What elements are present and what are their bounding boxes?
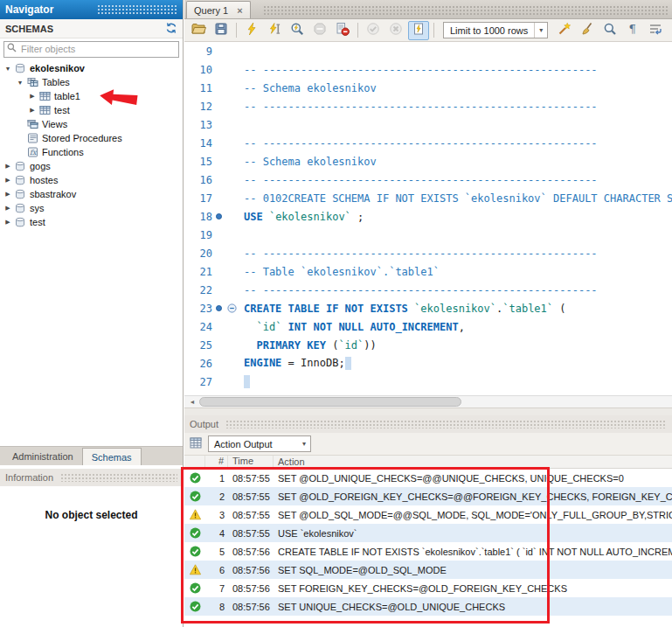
scrollbar-thumb[interactable] — [199, 397, 461, 407]
action-column-header: Action — [274, 456, 672, 467]
output-row[interactable]: 308:57:55SET @OLD_SQL_MODE=@@SQL_MODE, S… — [184, 505, 672, 524]
invisible-chars-button[interactable]: ¶ — [622, 21, 643, 40]
find-button[interactable] — [599, 21, 620, 40]
editor-line[interactable]: 12-- -----------------------------------… — [184, 97, 672, 115]
autocommit-button[interactable] — [408, 21, 429, 40]
stop-on-error-button[interactable] — [332, 21, 353, 40]
code-segment: `ekolesnikov` — [269, 211, 351, 223]
expand-icon[interactable]: ▶ — [3, 163, 12, 170]
horizontal-scrollbar[interactable]: ◄ — [184, 395, 672, 408]
editor-line[interactable]: 21-- Table `ekolesnikov`.`table1` — [184, 262, 672, 281]
save-script-icon — [214, 22, 228, 38]
expand-icon[interactable]: ▶ — [3, 205, 12, 212]
editor-line[interactable]: 24 `id` INT NOT NULL AUTO_INCREMENT, — [184, 317, 672, 336]
code-text: -- -------------------------------------… — [239, 174, 672, 186]
code-segment: -- -------------------------------------… — [244, 174, 598, 186]
tab-query1[interactable]: Query 1 × — [186, 1, 251, 18]
editor-line[interactable]: 16-- -----------------------------------… — [184, 171, 672, 189]
execute-button[interactable] — [241, 21, 262, 40]
editor-line[interactable]: 19 — [184, 226, 672, 244]
editor-line[interactable]: 17-- 0102CREATE SCHEMA IF NOT EXISTS `ek… — [184, 189, 672, 207]
information-title: Information — [5, 472, 53, 483]
editor-line[interactable]: 13 — [184, 115, 672, 134]
tree-item-functions[interactable]: fxFunctions — [0, 145, 183, 159]
output-row[interactable]: 508:57:56CREATE TABLE IF NOT EXISTS `eko… — [184, 542, 672, 561]
editor-line[interactable]: 26ENGINE = InnoDB; — [184, 354, 672, 373]
output-row[interactable]: 208:57:55SET @OLD_FOREIGN_KEY_CHECKS=@@F… — [184, 487, 672, 505]
tree-item-tables[interactable]: ▼Tables — [0, 75, 183, 89]
tree-item-table1[interactable]: ▶table1 — [0, 89, 183, 103]
tree-item-test[interactable]: ▶test — [0, 215, 183, 229]
open-script-button[interactable] — [188, 21, 209, 40]
tree-item-sys[interactable]: ▶sys — [0, 201, 183, 215]
expand-icon[interactable]: ▶ — [3, 177, 12, 184]
row-action: SET @OLD_UNIQUE_CHECKS=@@UNIQUE_CHECKS, … — [274, 473, 672, 484]
editor-line[interactable]: 14-- -----------------------------------… — [184, 134, 672, 152]
editor-line[interactable]: 25 PRIMARY KEY (`id`)) — [184, 336, 672, 354]
expand-icon[interactable]: ▶ — [3, 219, 12, 226]
output-row[interactable]: 808:57:56SET UNIQUE_CHECKS=@OLD_UNIQUE_C… — [184, 597, 672, 616]
fold-collapse-icon[interactable] — [225, 303, 239, 313]
code-text: -- -------------------------------------… — [239, 284, 672, 296]
code-segment: -- -------------------------------------… — [244, 284, 598, 296]
navigator-titlebar: Navigator — [0, 0, 183, 19]
clean-button[interactable] — [577, 21, 598, 40]
scroll-left-icon[interactable]: ◄ — [186, 396, 198, 408]
code-segment — [281, 321, 288, 333]
procedures-icon — [27, 133, 39, 143]
wrap-text-button[interactable] — [645, 21, 666, 40]
limit-rows-dropdown[interactable]: Limit to 1000 rows▾ — [443, 22, 548, 38]
editor-line[interactable]: 9 — [184, 42, 672, 60]
editor-line[interactable]: 23CREATE TABLE IF NOT EXISTS `ekolesniko… — [184, 299, 672, 317]
code-text: -- Schema ekolesnikov — [239, 82, 672, 94]
expand-icon[interactable]: ▶ — [28, 93, 37, 100]
tree-item-test[interactable]: ▶test — [0, 103, 183, 117]
output-row[interactable]: 708:57:56SET FOREIGN_KEY_CHECKS=@OLD_FOR… — [184, 579, 672, 597]
output-view-dropdown[interactable]: Action Output ▾ — [208, 435, 311, 452]
output-row[interactable]: 608:57:56SET SQL_MODE=@OLD_SQL_MODE — [184, 561, 672, 579]
expand-icon[interactable]: ▶ — [28, 107, 37, 114]
code-text: `id` INT NOT NULL AUTO_INCREMENT, — [239, 321, 672, 333]
beautify-button[interactable] — [554, 21, 575, 40]
code-segment: `ekolesnikov` — [414, 303, 496, 315]
editor-line[interactable]: 20-- -----------------------------------… — [184, 244, 672, 262]
refresh-schemas-icon[interactable] — [165, 23, 177, 35]
chevron-down-icon[interactable]: ▾ — [534, 23, 547, 38]
filter-input[interactable] — [19, 43, 176, 55]
explain-button[interactable] — [287, 21, 308, 40]
save-script-button[interactable] — [211, 21, 232, 40]
panel-splitter[interactable] — [184, 408, 672, 415]
editor-line[interactable]: 15-- Schema ekolesnikov — [184, 152, 672, 171]
close-tab-icon[interactable]: × — [237, 5, 242, 16]
tree-item-ekolesnikov[interactable]: ▼ekolesnikov — [0, 61, 183, 75]
tree-item-stored-procedures[interactable]: Stored Procedures — [0, 131, 183, 145]
collapse-icon[interactable]: ▼ — [3, 66, 12, 72]
sql-editor[interactable]: 910-- ----------------------------------… — [184, 42, 672, 395]
line-number: 14 — [184, 137, 212, 150]
editor-line[interactable]: 18USE `ekolesnikov` ; — [184, 207, 672, 226]
output-row[interactable]: 108:57:55SET @OLD_UNIQUE_CHECKS=@@UNIQUE… — [184, 469, 672, 487]
code-text: ENGINE = InnoDB; — [239, 357, 672, 370]
tree-item-hostes[interactable]: ▶hostes — [0, 173, 183, 187]
expand-icon[interactable]: ▶ — [3, 191, 12, 198]
statement-dot-icon — [216, 213, 222, 219]
output-row[interactable]: 408:57:55USE `ekolesnikov` — [184, 524, 672, 542]
tree-item-views[interactable]: Views — [0, 117, 183, 131]
code-segment: ; — [351, 211, 364, 223]
stop-on-error-icon — [336, 22, 350, 38]
editor-line[interactable]: 11-- Schema ekolesnikov — [184, 79, 672, 97]
editor-line[interactable]: 10-- -----------------------------------… — [184, 60, 672, 79]
tab-schemas[interactable]: Schemas — [82, 448, 142, 465]
editor-line[interactable]: 22-- -----------------------------------… — [184, 281, 672, 299]
row-action: CREATE TABLE IF NOT EXISTS `ekolesnikov`… — [274, 547, 672, 557]
row-index: 3 — [205, 510, 228, 520]
execute-current-button[interactable] — [264, 21, 285, 40]
collapse-icon[interactable]: ▼ — [16, 80, 24, 86]
tab-administration[interactable]: Administration — [3, 448, 82, 465]
tree-item-gogs[interactable]: ▶gogs — [0, 159, 183, 173]
tree-item-sbastrakov[interactable]: ▶sbastrakov — [0, 187, 183, 201]
views-icon — [27, 119, 39, 129]
filter-box[interactable] — [3, 41, 179, 58]
line-number: 19 — [184, 229, 212, 241]
editor-line[interactable]: 27 — [184, 373, 672, 391]
